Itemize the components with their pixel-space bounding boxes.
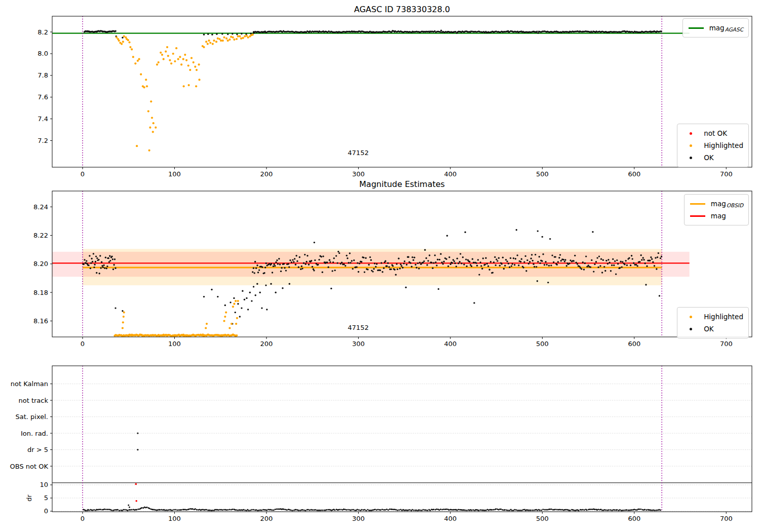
category-label: not Kalman: [11, 380, 48, 388]
legend-item: not OK: [682, 127, 743, 139]
y-tick-label: 8.2: [37, 28, 48, 36]
flag-dr-gt-5: [137, 449, 138, 450]
x-tick-label: 0: [81, 340, 85, 348]
legend-label: magOBSID: [711, 200, 743, 208]
x-tick-label: 100: [168, 340, 181, 348]
legend-label: Highlighted: [704, 141, 743, 149]
highlighted-risers: [122, 300, 239, 329]
axes-frame: [52, 16, 752, 167]
y-tick-label: 8.0: [37, 50, 48, 57]
figure: 01002003004005006007007.27.47.67.88.08.2…: [0, 0, 760, 532]
dr-tick-label: 10: [40, 481, 48, 488]
y-tick-label: 7.6: [37, 93, 48, 101]
x-tick-label: 100: [168, 515, 181, 522]
legend-label: OK: [704, 325, 713, 333]
x-tick-label: 200: [260, 340, 273, 348]
y-tick-label: 8.24: [33, 203, 48, 211]
agasc-mag-legend: magAGASC: [682, 18, 749, 37]
category-label: not track: [18, 397, 48, 404]
flag-ion-rad: [137, 433, 138, 434]
black-dot-swatch: [682, 328, 699, 330]
x-tick-label: 400: [444, 170, 457, 178]
orange-dot-swatch: [682, 316, 699, 318]
shaded-band: [52, 252, 690, 277]
x-tick-label: 500: [536, 515, 549, 522]
x-tick-label: 300: [352, 170, 365, 178]
dr-curve: [83, 507, 661, 511]
x-tick-label: 600: [628, 515, 640, 522]
y-tick-label: 7.4: [37, 115, 48, 123]
top-plot-obsid-annotation: 47152: [333, 149, 384, 157]
x-tick-label: 200: [260, 515, 273, 522]
legend-label: not OK: [704, 129, 727, 137]
x-tick-label: 200: [260, 170, 273, 178]
x-tick-label: 400: [444, 515, 457, 522]
x-tick-label: 600: [628, 340, 640, 348]
red-line-swatch: [689, 215, 706, 217]
legend-item: Highlighted: [682, 311, 743, 323]
legend-label: mag: [711, 212, 727, 220]
magnitude-estimates-plot: 01002003004005006007008.168.188.208.228.…: [33, 191, 752, 348]
x-tick-label: 400: [444, 340, 457, 348]
ok-left-run: [84, 30, 117, 33]
x-tick-label: 700: [720, 170, 733, 178]
top-plot-title: AGASC ID 738330328.0: [52, 5, 752, 14]
top-marker-legend: not OK Highlighted OK: [677, 124, 749, 167]
middle-marker-legend: Highlighted OK: [677, 307, 749, 338]
y-tick-label: 8.22: [33, 232, 48, 239]
middle-plot-obsid-annotation: 47152: [333, 324, 384, 331]
legend-label: Highlighted: [704, 313, 743, 321]
axes-frame: [52, 366, 752, 512]
chart-canvas: 01002003004005006007007.27.47.67.88.08.2…: [0, 0, 760, 532]
dr-tick-label: 0: [44, 507, 48, 515]
orange-dot-swatch: [682, 144, 699, 147]
x-tick-label: 700: [720, 515, 733, 522]
legend-label: OK: [704, 154, 713, 162]
x-tick-label: 300: [352, 515, 365, 522]
y-tick-label: 8.18: [33, 289, 48, 296]
category-label: OBS not OK: [10, 463, 49, 470]
middle-plot-title: Magnitude Estimates: [52, 179, 752, 189]
green-line-swatch: [688, 27, 705, 29]
x-tick-label: 0: [81, 170, 85, 178]
y-tick-label: 7.2: [37, 137, 48, 144]
x-tick-label: 500: [536, 170, 549, 178]
dr-black-outliers: [128, 505, 130, 508]
highlighted-bottom-row: [113, 333, 238, 337]
legend-item: OK: [682, 323, 743, 335]
category-label: Ion. rad.: [21, 430, 48, 437]
y-tick-label: 8.20: [33, 260, 48, 268]
flags-plot: 01002003004005006007000510OBS not OKdr >…: [10, 366, 752, 522]
x-tick-label: 0: [81, 515, 85, 522]
legend-item: OK: [682, 151, 743, 164]
orange-line-swatch: [689, 203, 706, 205]
legend-item: magAGASC: [688, 22, 743, 34]
legend-label: magAGASC: [709, 24, 743, 32]
black-dot-swatch: [682, 157, 699, 159]
not-ok-points: [135, 483, 138, 502]
x-tick-label: 600: [628, 170, 640, 178]
legend-item: Highlighted: [682, 139, 743, 151]
highlighted-points: [116, 33, 254, 151]
x-tick-label: 100: [168, 170, 181, 178]
mags-plot: 01002003004005006007007.27.47.67.88.08.2: [37, 16, 752, 178]
x-tick-label: 300: [352, 340, 365, 348]
mag-lines-legend: magOBSID mag: [684, 194, 749, 225]
y-tick-label: 7.8: [37, 71, 48, 79]
legend-item: mag: [689, 210, 743, 222]
legend-item: magOBSID: [689, 198, 743, 210]
category-label: dr > 5: [27, 446, 48, 453]
dr-axis-label: dr: [25, 495, 33, 502]
x-tick-label: 700: [720, 340, 733, 348]
red-dot-swatch: [682, 132, 699, 135]
x-tick-label: 500: [536, 340, 549, 348]
dr-tick-label: 5: [44, 494, 48, 502]
category-label: Sat. pixel.: [16, 413, 48, 421]
y-tick-label: 8.16: [33, 317, 48, 325]
